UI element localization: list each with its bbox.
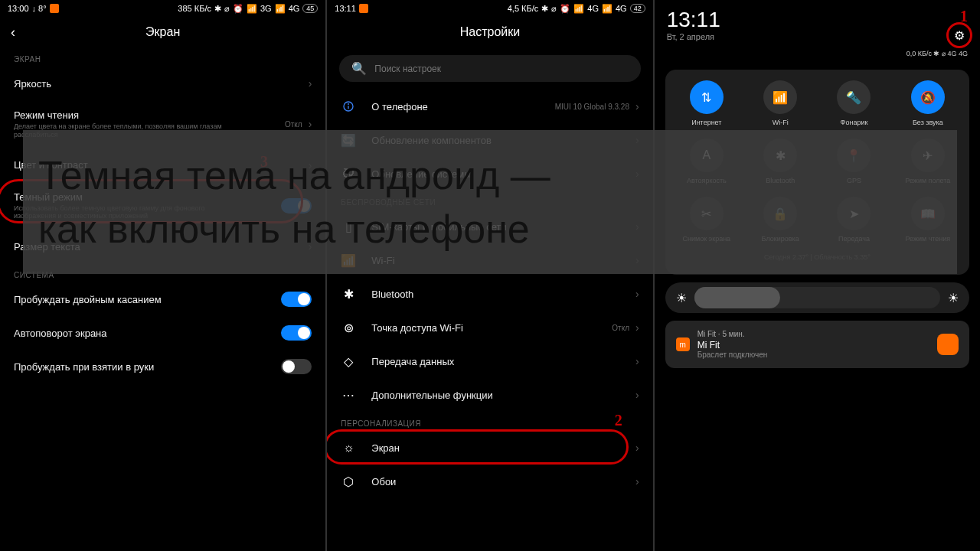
section-label-personalization: ПЕРСОНАЛИЗАЦИЯ [327,412,652,431]
back-button[interactable]: ‹ [11,24,15,41]
chevron-right-icon: › [635,321,639,334]
tile-label: Интернет [691,119,721,126]
net-label: 4G [289,4,300,13]
notif-action-icon[interactable] [937,334,959,355]
row-auto-rotate[interactable]: Автоповорот экрана [0,316,325,350]
row-double-tap-wake[interactable]: Пробуждать двойным касанием [0,282,325,316]
overlay-title-card: Темная тема на андроид — как включить на… [23,130,957,274]
panel-settings-root: 13:11 4,5 КБ/с ✱ ⌀ ⏰ 📶 4G 📶 4G 42 Настро… [327,0,654,551]
notification-dot-icon [359,4,368,13]
row-bluetooth[interactable]: ✱ Bluetooth › [327,277,652,311]
bluetooth-icon: ✱ [341,286,356,302]
status-speed: 4,5 КБ/с [508,4,539,13]
notification-dot-icon [50,4,59,13]
chevron-right-icon: › [635,288,639,300]
hotspot-icon: ⊚ [341,320,356,335]
row-label: Экран [371,442,635,454]
header: Настройки [327,17,652,47]
row-value: Откл [612,324,629,332]
toggle[interactable] [281,359,312,374]
status-time: 13:00 [8,4,29,13]
sun-icon: ☼ [341,440,356,455]
search-icon: 🔍 [351,61,367,76]
status-time: 13:11 [335,4,356,13]
brightness-low-icon: ☀ [676,291,687,305]
row-value: MIUI 10 Global 9.3.28 [555,103,629,111]
row-wallpaper[interactable]: ⬡ Обои › [327,465,652,498]
brightness-high-icon: ☀ [948,291,959,305]
qs-tile-интернет[interactable]: ⇅Интернет [671,80,742,126]
signal-icon: 📶 [247,4,257,14]
tile-label: Фонарик [841,119,868,126]
qs-tile-без-звука[interactable]: 🔕Без звука [893,80,963,126]
row-label: Bluetooth [371,289,635,300]
tile-bubble-icon: ⇅ [690,80,724,114]
header: ‹ Экран [0,17,325,47]
row-data-usage[interactable]: ◇ Передача данных › [327,344,652,378]
more-icon: ⋯ [341,387,356,403]
row-label: Яркость [14,78,309,90]
row-label: Пробуждать двойным касанием [14,294,281,305]
search-box[interactable]: 🔍 [339,55,640,82]
slider-track[interactable] [694,287,940,308]
battery-icon: 45 [302,4,318,13]
bluetooth-icon: ✱ [214,4,221,14]
net-label: 4G [616,4,627,13]
annotation-1: 1 [960,8,968,25]
tile-bubble-icon: 📶 [763,80,797,114]
row-brightness[interactable]: Яркость › [0,67,325,100]
row-label: Точка доступа Wi-Fi [371,322,612,334]
chevron-right-icon: › [635,100,639,112]
status-temp: ↓ 8° [32,4,47,13]
notif-app-name: Mi Fit · 5 мин. [697,330,929,338]
settings-gear-icon[interactable]: ⚙ [951,27,968,44]
row-label: Пробуждать при взятии в руки [14,361,281,373]
toggle[interactable] [281,292,312,307]
row-raise-to-wake[interactable]: Пробуждать при взятии в руки [0,350,325,383]
chevron-right-icon: › [635,389,639,401]
chevron-right-icon: › [309,77,312,90]
tile-label: Wi-Fi [773,119,789,126]
qs-tile-wi-fi[interactable]: 📶Wi-Fi [745,80,815,126]
search-input[interactable] [374,64,628,74]
row-label: Обои [371,476,635,487]
alarm-icon: ⏰ [233,4,243,14]
qs-tile-фонарик[interactable]: 🔦Фонарик [818,80,889,126]
row-label: Автоповорот экрана [14,328,281,339]
chevron-right-icon: › [635,355,639,367]
chevron-right-icon: › [635,442,639,454]
row-about-phone[interactable]: О телефоне MIUI 10 Global 9.3.28 › [327,90,652,123]
dnd-icon: ⌀ [224,4,230,14]
wallpaper-icon: ⬡ [341,474,356,489]
notif-app-icon: m [676,337,690,351]
chevron-right-icon: › [635,475,639,487]
qs-status-meta: 0,0 КБ/с ✱ ⌀ 4G 4G [906,50,968,57]
annotation-2: 2 [615,412,622,429]
panel-display-settings: 13:00 ↓ 8° 385 КБ/с ✱ ⌀ ⏰ 📶 3G 📶 4G 45 ‹… [0,0,327,551]
status-speed: 385 КБ/с [178,4,211,13]
signal-icon: 📶 [602,4,612,14]
qs-date: Вт, 2 апреля [667,32,720,41]
info-icon [341,99,356,114]
notif-subtext: Браслет подключен [697,350,929,359]
section-label-screen: ЭКРАН [0,47,325,67]
notification-card[interactable]: m Mi Fit · 5 мин. Mi Fit Браслет подключ… [665,321,969,368]
row-screen[interactable]: ☼ Экран › [327,431,652,465]
notif-title: Mi Fit [697,340,929,350]
dnd-icon: ⌀ [551,4,557,14]
tile-label: Без звука [913,119,943,126]
page-title: Настройки [460,25,520,39]
row-hotspot[interactable]: ⊚ Точка доступа Wi-Fi Откл › [327,311,652,344]
row-more[interactable]: ⋯ Дополнительные функции › [327,378,652,412]
alarm-icon: ⏰ [560,4,570,14]
row-label: Режим чтения [14,109,285,121]
net-label: 3G [260,4,272,13]
toggle[interactable] [281,325,312,341]
brightness-slider[interactable]: ☀ ☀ [665,282,969,313]
bluetooth-icon: ✱ [541,4,548,14]
overlay-line-1: Темная тема на андроид — [38,148,942,202]
tile-bubble-icon: 🔦 [837,80,871,114]
status-bar: 13:00 ↓ 8° 385 КБ/с ✱ ⌀ ⏰ 📶 3G 📶 4G 45 [0,0,325,17]
row-label: О телефоне [371,101,554,112]
row-value: Откл [285,120,302,129]
